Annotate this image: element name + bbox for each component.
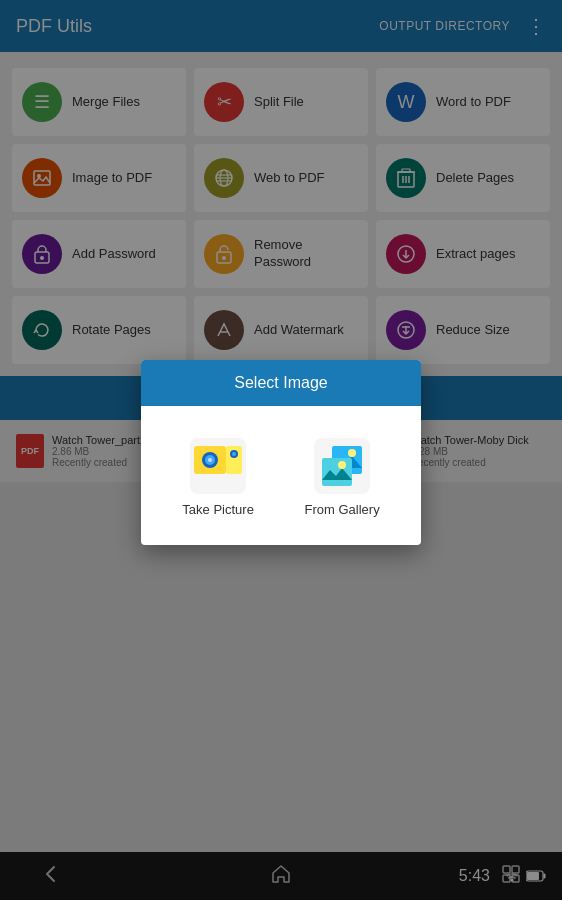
from-gallery-label: From Gallery (305, 502, 380, 517)
take-picture-option[interactable]: Take Picture (166, 430, 270, 525)
take-picture-icon (190, 438, 246, 494)
dialog-content: Take Picture (141, 406, 421, 545)
dialog-title-bar: Select Image (141, 360, 421, 406)
svg-point-35 (338, 461, 346, 469)
dialog-title: Select Image (234, 374, 327, 391)
svg-point-33 (348, 449, 356, 457)
take-picture-label: Take Picture (182, 502, 254, 517)
from-gallery-icon (314, 438, 370, 494)
select-image-dialog: Select Image (141, 360, 421, 545)
svg-point-28 (208, 458, 212, 462)
svg-rect-34 (322, 458, 352, 486)
from-gallery-option[interactable]: From Gallery (289, 430, 396, 525)
overlay: Select Image (0, 0, 562, 900)
svg-point-30 (232, 452, 236, 456)
